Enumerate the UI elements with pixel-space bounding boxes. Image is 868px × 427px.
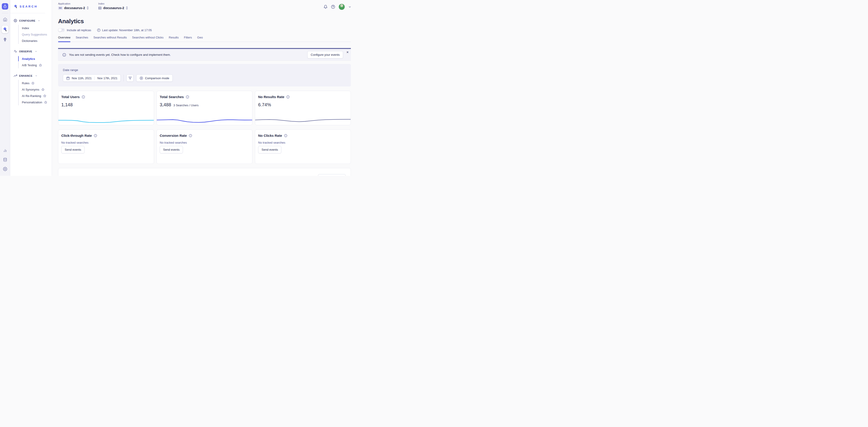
star-icon[interactable] <box>39 64 42 67</box>
search-product-icon[interactable] <box>2 26 8 33</box>
application-dropdown[interactable]: D2 docusaurus-2 <box>58 6 89 10</box>
chevron-down-icon <box>38 20 40 22</box>
click-through-rate-card: Click-through Rate No tracked searches S… <box>58 130 154 164</box>
configure-events-button[interactable]: Configure your events <box>307 51 343 59</box>
date-range-panel: Date range Nov 11th, 2021 Nov 17th, 2021 <box>58 64 351 87</box>
total-users-value: 1,148 <box>61 102 73 107</box>
star-icon[interactable] <box>41 88 44 91</box>
lightbulb-icon[interactable] <box>2 36 8 42</box>
banner-message: You are not sending events yet. Check ho… <box>69 53 170 57</box>
help-icon[interactable] <box>331 5 335 9</box>
topbar: Application D2 docusaurus-2 Index docusa… <box>52 0 357 13</box>
section-label: OBSERVE <box>19 50 32 53</box>
searches-per-user-text: 3 Searches / Users <box>174 104 199 107</box>
no-clicks-rate-card: No Clicks Rate No tracked searches Send … <box>255 130 351 164</box>
notifications-bell-icon[interactable] <box>323 5 328 9</box>
database-icon[interactable] <box>2 156 8 163</box>
no-tracked-searches-text: No tracked searches <box>258 141 348 144</box>
play-circle-icon <box>140 76 143 80</box>
info-icon[interactable] <box>286 95 289 99</box>
select-series-button[interactable]: Select series <box>318 174 346 176</box>
info-icon[interactable] <box>94 134 97 137</box>
sidebar-section-configure-header[interactable]: CONFIGURE <box>14 19 52 22</box>
bar-chart-icon[interactable] <box>2 147 8 154</box>
send-events-button[interactable]: Send events <box>258 146 281 154</box>
gear-icon <box>14 19 17 22</box>
send-events-button[interactable]: Send events <box>61 146 85 154</box>
stopwatch-app-icon[interactable] <box>2 3 8 9</box>
tab-searches[interactable]: Searches <box>75 36 88 42</box>
application-selector: Application D2 docusaurus-2 <box>58 2 89 10</box>
events-banner: You are not sending events yet. Check ho… <box>58 48 351 61</box>
analytics-tabs: Overview Searches Searches without Resul… <box>58 36 351 42</box>
no-results-rate-card: No Results Rate 6.74% <box>255 91 351 125</box>
comparison-mode-button[interactable]: Comparison mode <box>136 74 173 82</box>
sidebar-section-observe-header[interactable]: OBSERVE <box>14 50 52 53</box>
sidebar-item-label: A/B Testing <box>22 64 37 67</box>
toggle-off-x-icon: ✕ <box>62 29 64 31</box>
tab-geo[interactable]: Geo <box>197 36 203 42</box>
info-icon[interactable] <box>186 95 189 99</box>
toggle-knob <box>58 28 62 32</box>
application-label: Application <box>58 2 89 5</box>
sidebar-item-ai-synonyms[interactable]: AI Synonyms <box>19 86 52 93</box>
total-searches-sparkline <box>157 114 252 124</box>
search-pin-icon <box>14 4 18 9</box>
star-icon[interactable] <box>44 101 47 104</box>
product-logo[interactable]: SEARCH <box>10 0 45 13</box>
info-icon[interactable] <box>82 95 85 99</box>
sidebar-item-ai-re-ranking[interactable]: AI Re-Ranking <box>19 93 52 99</box>
sort-chevrons-icon <box>126 6 128 9</box>
sidebar-item-personalization[interactable]: Personalization <box>19 99 52 105</box>
info-icon <box>62 53 66 57</box>
filter-button[interactable] <box>126 74 133 82</box>
application-badge: D2 <box>58 6 63 10</box>
close-icon[interactable]: ✕ <box>346 51 349 54</box>
funnel-icon <box>128 76 132 80</box>
index-selector: Index docusaurus-2 <box>98 2 128 10</box>
conversion-rate-card: Conversion Rate No tracked searches Send… <box>156 130 252 164</box>
index-value: docusaurus-2 <box>103 6 124 10</box>
meta-row: ✕ Include all replicas Last update: Nove… <box>58 28 351 32</box>
date-range-label: Date range <box>63 68 346 72</box>
account-chevron-down-icon[interactable] <box>348 5 351 8</box>
info-icon[interactable] <box>189 134 192 137</box>
no-tracked-searches-text: No tracked searches <box>160 141 249 144</box>
gear-icon[interactable] <box>2 166 8 172</box>
sidebar-item-dictionaries[interactable]: Dictionaries <box>19 38 52 44</box>
star-icon[interactable] <box>31 82 34 85</box>
date-range-picker[interactable]: Nov 11th, 2021 Nov 17th, 2021 <box>63 74 121 82</box>
sidebar-item-ab-testing[interactable]: A/B Testing <box>19 62 52 68</box>
info-icon[interactable] <box>284 134 287 137</box>
sidebar-item-label: Dictionaries <box>22 39 37 42</box>
tab-filters[interactable]: Filters <box>184 36 192 42</box>
card-title: Total Searches <box>160 95 184 99</box>
tab-searches-without-clicks[interactable]: Searches without Clicks <box>132 36 163 42</box>
sidebar-section-observe: OBSERVE Analytics A/B Testing <box>10 50 52 68</box>
sidebar-section-enhance-header[interactable]: ENHANCE <box>14 74 52 77</box>
sidebar-item-label: Index <box>22 26 29 30</box>
chevron-down-icon <box>35 75 37 77</box>
tab-overview[interactable]: Overview <box>58 36 70 42</box>
star-icon[interactable] <box>43 95 46 97</box>
event-cards-row: Click-through Rate No tracked searches S… <box>58 130 351 164</box>
last-update-text: Last update: November 18th, at 17:05 <box>102 28 152 32</box>
sidebar-item-rules[interactable]: Rules <box>19 80 52 86</box>
home-icon[interactable] <box>2 16 8 23</box>
tab-results[interactable]: Results <box>169 36 179 42</box>
tab-searches-without-results[interactable]: Searches without Results <box>93 36 127 42</box>
total-searches-value: 3,488 <box>160 102 171 107</box>
sort-chevrons-icon <box>87 6 89 9</box>
sidebar-item-analytics[interactable]: Analytics <box>19 56 52 62</box>
sidebar-item-label: Rules <box>22 81 29 85</box>
total-users-sparkline <box>58 114 154 124</box>
last-update-group: Last update: November 18th, at 17:05 <box>97 28 152 32</box>
send-events-button[interactable]: Send events <box>160 146 183 154</box>
sidebar-item-index[interactable]: Index <box>19 25 52 31</box>
include-replicas-toggle[interactable]: ✕ <box>58 28 65 32</box>
user-avatar[interactable] <box>339 4 345 10</box>
date-start: Nov 11th, 2021 <box>72 76 92 80</box>
sidebar-item-query-suggestions[interactable]: Query Suggestions <box>19 31 52 38</box>
include-replicas-label: Include all replicas <box>67 28 91 32</box>
index-dropdown[interactable]: docusaurus-2 <box>98 6 128 10</box>
